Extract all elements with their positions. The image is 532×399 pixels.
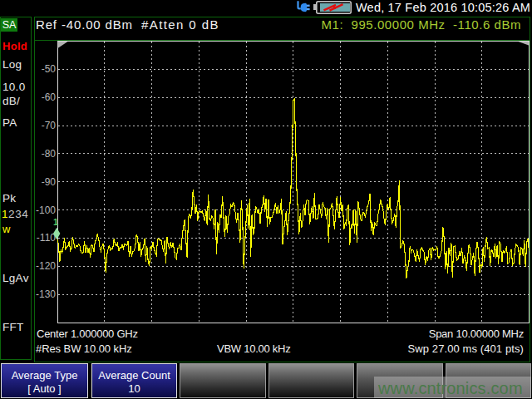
svg-text:1: 1 <box>53 217 58 227</box>
